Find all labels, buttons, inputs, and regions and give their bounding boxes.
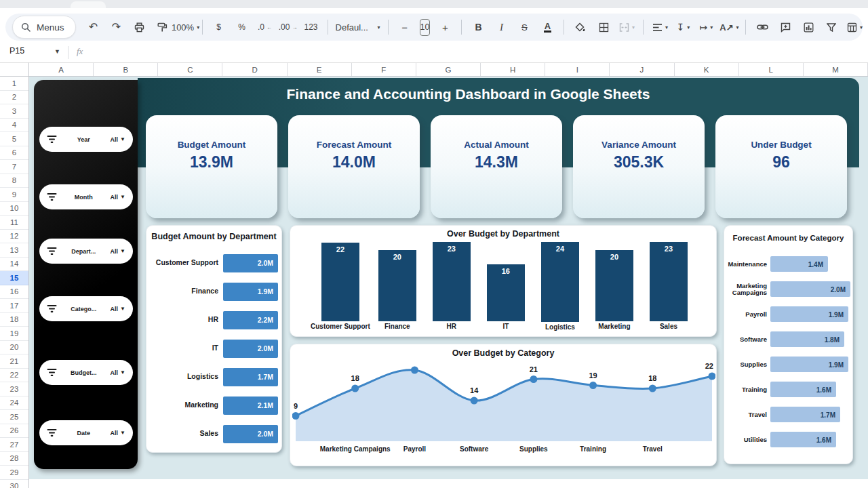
- row-header-16[interactable]: 16: [0, 285, 28, 300]
- column-header-b[interactable]: B: [94, 63, 158, 76]
- table-views-button[interactable]: ▾: [844, 18, 865, 37]
- text-wrap-button[interactable]: ↦ ▾: [695, 18, 717, 37]
- column-header-i[interactable]: I: [545, 63, 610, 76]
- chart-forecast-by-category[interactable]: Forecast Amount by Category Maintenance1…: [724, 225, 853, 464]
- column-bar: 23: [650, 242, 688, 321]
- increase-decimal-button[interactable]: .00→: [277, 18, 299, 37]
- row-header-9[interactable]: 9: [0, 188, 28, 202]
- select-all-corner[interactable]: [0, 62, 29, 77]
- row-header-6[interactable]: 6: [0, 146, 28, 161]
- paint-format-button[interactable]: [152, 18, 174, 37]
- row-header-11[interactable]: 11: [0, 216, 28, 230]
- borders-button[interactable]: [593, 18, 614, 37]
- insert-chart-button[interactable]: [797, 18, 819, 37]
- format-percent-button[interactable]: %: [231, 18, 253, 37]
- menus-button[interactable]: Menus: [12, 16, 76, 39]
- row-header-27[interactable]: 27: [0, 438, 28, 452]
- chart-budget-by-department[interactable]: Budget Amount by Department Customer Sup…: [146, 225, 282, 453]
- row-header-26[interactable]: 26: [0, 424, 28, 439]
- filter-month[interactable]: MonthAll▼: [39, 184, 133, 209]
- row-header-20[interactable]: 20: [0, 341, 28, 355]
- column-header-l[interactable]: L: [739, 63, 804, 76]
- print-button[interactable]: [129, 18, 151, 37]
- point-value-label: 21: [530, 365, 538, 373]
- bar-category-label: Supplies: [726, 361, 770, 368]
- chart-line-area: 918Marketing CampaignsPayroll14Software2…: [292, 357, 715, 461]
- increase-font-size-button[interactable]: +: [434, 18, 456, 37]
- font-selector[interactable]: Defaul... ▾: [334, 18, 382, 37]
- name-box[interactable]: P15: [9, 46, 24, 56]
- row-header-15[interactable]: 15: [0, 271, 28, 285]
- column-logistics: 24Logistics: [533, 242, 587, 332]
- chart-over-budget-by-department[interactable]: Over Budget by Department 22Customer Sup…: [290, 225, 717, 337]
- format-currency-button[interactable]: $: [208, 18, 230, 37]
- row-header-17[interactable]: 17: [0, 299, 28, 313]
- create-filter-button[interactable]: [821, 18, 842, 37]
- row-header-10[interactable]: 10: [0, 202, 28, 216]
- filter-catego[interactable]: Catego...All▼: [39, 296, 133, 321]
- column-header-f[interactable]: F: [352, 63, 416, 76]
- filter-date[interactable]: DateAll▼: [39, 420, 133, 445]
- chart-over-budget-by-category[interactable]: Over Budget by Category 918Marketing Cam…: [290, 344, 717, 466]
- row-header-2[interactable]: 2: [0, 91, 28, 105]
- row-header-24[interactable]: 24: [0, 396, 28, 411]
- row-header-13[interactable]: 13: [0, 243, 28, 258]
- chevron-down-icon[interactable]: ▼: [54, 48, 60, 55]
- row-header-8[interactable]: 8: [0, 174, 28, 188]
- filter-lines-icon: [47, 192, 57, 201]
- kpi-value: 96: [772, 153, 790, 171]
- formula-input[interactable]: [92, 43, 868, 62]
- row-header-3[interactable]: 3: [0, 104, 28, 119]
- row-header-19[interactable]: 19: [0, 327, 28, 341]
- text-rotation-button[interactable]: A↗ ▾: [718, 18, 740, 37]
- row-header-5[interactable]: 5: [0, 132, 28, 146]
- column-header-k[interactable]: K: [675, 63, 739, 76]
- column-header-m[interactable]: M: [804, 63, 868, 76]
- row-header-4[interactable]: 4: [0, 119, 28, 133]
- row-header-25[interactable]: 25: [0, 410, 28, 424]
- italic-icon: I: [500, 22, 503, 33]
- filter-budget[interactable]: Budget...All▼: [39, 360, 133, 385]
- row-header-29[interactable]: 29: [0, 466, 28, 480]
- strikethrough-button[interactable]: S: [513, 18, 535, 37]
- bold-button[interactable]: B: [467, 18, 489, 37]
- insert-comment-button[interactable]: [774, 18, 796, 37]
- insert-link-button[interactable]: [751, 18, 773, 37]
- row-header-21[interactable]: 21: [0, 354, 28, 369]
- column-header-g[interactable]: G: [416, 63, 481, 76]
- italic-button[interactable]: I: [490, 18, 512, 37]
- row-header-1[interactable]: 1: [0, 77, 28, 91]
- row-header-14[interactable]: 14: [0, 258, 28, 272]
- vertical-align-button[interactable]: ↧ ▾: [672, 18, 694, 37]
- redo-button[interactable]: ↷: [106, 18, 127, 37]
- decrease-font-size-button[interactable]: −: [394, 18, 416, 37]
- column-header-h[interactable]: H: [481, 63, 545, 76]
- row-header-7[interactable]: 7: [0, 160, 28, 174]
- column-header-d[interactable]: D: [222, 63, 287, 76]
- chevron-down-icon: ▾: [197, 24, 199, 30]
- zoom-control[interactable]: 100% ▾: [175, 18, 197, 37]
- column-header-a[interactable]: A: [29, 63, 94, 76]
- merge-cells-button[interactable]: ▾: [616, 18, 637, 37]
- row-header-30[interactable]: 30: [0, 480, 28, 488]
- more-formats-button[interactable]: 123: [300, 18, 322, 37]
- row-header-22[interactable]: 22: [0, 369, 28, 383]
- row-header-18[interactable]: 18: [0, 313, 28, 327]
- column-header-c[interactable]: C: [158, 63, 222, 76]
- row-header-23[interactable]: 23: [0, 382, 28, 396]
- fill-color-button[interactable]: [570, 18, 591, 37]
- column-header-e[interactable]: E: [288, 63, 352, 76]
- bar: 2.2M: [223, 311, 278, 329]
- column-header-j[interactable]: J: [610, 63, 674, 76]
- filter-year[interactable]: YearAll▼: [39, 127, 133, 152]
- dashboard-title: Finance and Accounting Dashboard in Goog…: [138, 86, 799, 102]
- decrease-decimal-button[interactable]: .0←: [254, 18, 276, 37]
- text-color-button[interactable]: A: [536, 18, 558, 37]
- undo-button[interactable]: ↶: [83, 18, 104, 37]
- horizontal-align-button[interactable]: ▾: [649, 18, 671, 37]
- toolbar-divider: [328, 20, 328, 35]
- font-size-input[interactable]: 10: [420, 19, 431, 36]
- row-header-12[interactable]: 12: [0, 230, 28, 244]
- filter-depart[interactable]: Depart...All▼: [39, 239, 133, 264]
- row-header-28[interactable]: 28: [0, 452, 28, 466]
